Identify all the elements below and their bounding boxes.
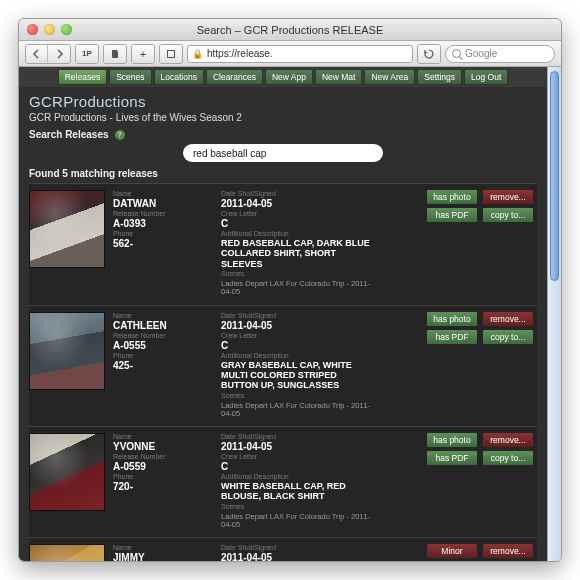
titlebar: Search – GCR Productions RELEASE bbox=[19, 19, 561, 41]
date-label: Date Shot/Signed bbox=[221, 433, 371, 440]
copy-to-button[interactable]: copy to... bbox=[483, 330, 533, 344]
nav-scenes[interactable]: Scenes bbox=[109, 69, 151, 85]
scrollbar-thumb[interactable] bbox=[550, 71, 559, 281]
release-crew: C bbox=[221, 340, 371, 351]
minor-badge: Minor bbox=[427, 544, 477, 558]
has-pdf-badge: has PDF bbox=[427, 451, 477, 465]
back-button[interactable] bbox=[26, 45, 48, 63]
remove-button[interactable]: remove... bbox=[483, 190, 533, 204]
page: ReleasesScenesLocationsClearancesNew App… bbox=[19, 67, 547, 561]
search-icon bbox=[452, 49, 461, 58]
url-text: https://release. bbox=[207, 48, 273, 59]
nav-settings[interactable]: Settings bbox=[417, 69, 462, 85]
search-label: Search Releases bbox=[29, 129, 109, 140]
copy-to-button[interactable]: copy to... bbox=[483, 451, 533, 465]
search-box bbox=[183, 144, 383, 162]
release-actions-col: has photoremove... has PDFcopy to... bbox=[379, 433, 533, 529]
release-row: Name CATHLEEN Release Number A-0555 Phon… bbox=[29, 305, 537, 427]
help-icon[interactable]: ? bbox=[115, 130, 125, 140]
has-pdf-badge: has PDF bbox=[427, 330, 477, 344]
crew-label: Crew Letter bbox=[221, 210, 371, 217]
app-navbar: ReleasesScenesLocationsClearancesNew App… bbox=[19, 67, 547, 87]
release-number: A-0555 bbox=[113, 340, 213, 351]
minimize-icon[interactable] bbox=[44, 24, 55, 35]
box-icon[interactable] bbox=[160, 45, 182, 63]
nav-new-mat[interactable]: New Mat bbox=[315, 69, 363, 85]
number-label: Release Number bbox=[113, 332, 213, 339]
name-label: Name bbox=[113, 433, 213, 440]
name-label: Name bbox=[113, 312, 213, 319]
release-desc: GRAY BASEBALL CAP, WHITE MULTI COLORED S… bbox=[221, 360, 371, 391]
release-thumbnail[interactable] bbox=[29, 433, 105, 511]
zoom-icon[interactable] bbox=[61, 24, 72, 35]
release-thumbnail[interactable] bbox=[29, 312, 105, 390]
phone-label: Phone bbox=[113, 352, 213, 359]
scenes-label: Scenes bbox=[221, 270, 371, 277]
remove-button[interactable]: remove... bbox=[483, 312, 533, 326]
release-actions-col: has photoremove... has PDFcopy to... bbox=[379, 190, 533, 297]
nav-clearances[interactable]: Clearances bbox=[206, 69, 263, 85]
date-label: Date Shot/Signed bbox=[221, 312, 371, 319]
nav-new-app[interactable]: New App bbox=[265, 69, 313, 85]
release-detail-col: Date Shot/Signed 2011-04-05 Crew Letter … bbox=[221, 190, 371, 297]
release-detail-col: Date Shot/Signed 2011-04-05 Crew Letter … bbox=[221, 312, 371, 419]
release-row: Name DATWAN Release Number A-0393 Phone … bbox=[29, 183, 537, 305]
content-area: ReleasesScenesLocationsClearancesNew App… bbox=[19, 67, 561, 561]
nav-log-out[interactable]: Log Out bbox=[464, 69, 508, 85]
add-button[interactable]: + bbox=[132, 45, 154, 63]
scrollbar-track[interactable] bbox=[547, 67, 561, 561]
lock-icon: 🔒 bbox=[192, 49, 203, 59]
phone-label: Phone bbox=[113, 473, 213, 480]
date-label: Date Shot/Signed bbox=[221, 544, 371, 551]
browser-window: Search – GCR Productions RELEASE 1P + 🔒 … bbox=[18, 18, 562, 562]
number-label: Release Number bbox=[113, 453, 213, 460]
svg-rect-0 bbox=[168, 50, 175, 57]
release-thumbnail[interactable] bbox=[29, 190, 105, 268]
crew-label: Crew Letter bbox=[221, 453, 371, 460]
release-phone: 425- bbox=[113, 360, 213, 371]
release-number: A-0393 bbox=[113, 218, 213, 229]
evernote-icon[interactable] bbox=[104, 45, 126, 63]
release-detail-col: Date Shot/Signed 2011-04-05 Crew Letter … bbox=[221, 544, 371, 561]
browser-toolbar: 1P + 🔒 https://release. Google bbox=[19, 41, 561, 67]
brand-title: GCRProductions bbox=[29, 93, 537, 110]
results-count: Found 5 matching releases bbox=[29, 168, 537, 179]
release-scene: Ladies Depart LAX For Colorado Trip - 20… bbox=[221, 280, 371, 297]
search-input[interactable] bbox=[193, 148, 373, 159]
release-row: Name YVONNE Release Number A-0559 Phone … bbox=[29, 426, 537, 537]
release-row: Name JIMMY Release Number A-0560 Phone 7… bbox=[29, 537, 537, 561]
scenes-label: Scenes bbox=[221, 503, 371, 510]
release-phone: 562- bbox=[113, 238, 213, 249]
has-photo-badge: has photo bbox=[427, 312, 477, 326]
nav-locations[interactable]: Locations bbox=[154, 69, 204, 85]
onepassword-icon[interactable]: 1P bbox=[76, 45, 98, 63]
release-info-col: Name YVONNE Release Number A-0559 Phone … bbox=[113, 433, 213, 529]
nav-releases[interactable]: Releases bbox=[58, 69, 107, 85]
nav-new-area[interactable]: New Area bbox=[364, 69, 415, 85]
address-bar[interactable]: 🔒 https://release. bbox=[187, 45, 413, 63]
remove-button[interactable]: remove... bbox=[483, 433, 533, 447]
close-icon[interactable] bbox=[27, 24, 38, 35]
copy-to-button[interactable]: copy to... bbox=[483, 208, 533, 222]
browser-search[interactable]: Google bbox=[445, 45, 555, 63]
forward-button[interactable] bbox=[48, 45, 70, 63]
release-name: DATWAN bbox=[113, 198, 213, 209]
release-date: 2011-04-05 bbox=[221, 552, 371, 561]
desc-label: Additional Description bbox=[221, 230, 371, 237]
date-label: Date Shot/Signed bbox=[221, 190, 371, 197]
release-thumbnail[interactable] bbox=[29, 544, 105, 561]
number-label: Release Number bbox=[113, 210, 213, 217]
crew-label: Crew Letter bbox=[221, 332, 371, 339]
name-label: Name bbox=[113, 544, 213, 551]
release-scene: Ladies Depart LAX For Colorado Trip - 20… bbox=[221, 513, 371, 530]
desc-label: Additional Description bbox=[221, 473, 371, 480]
release-name: JIMMY bbox=[113, 552, 213, 561]
release-detail-col: Date Shot/Signed 2011-04-05 Crew Letter … bbox=[221, 433, 371, 529]
remove-button[interactable]: remove... bbox=[483, 544, 533, 558]
reload-button[interactable] bbox=[418, 45, 440, 63]
release-date: 2011-04-05 bbox=[221, 320, 371, 331]
release-scene: Ladies Depart LAX For Colorado Trip - 20… bbox=[221, 402, 371, 419]
search-placeholder: Google bbox=[465, 48, 497, 59]
release-crew: C bbox=[221, 461, 371, 472]
release-desc: WHITE BASEBALL CAP, RED BLOUSE, BLACK SH… bbox=[221, 481, 371, 502]
